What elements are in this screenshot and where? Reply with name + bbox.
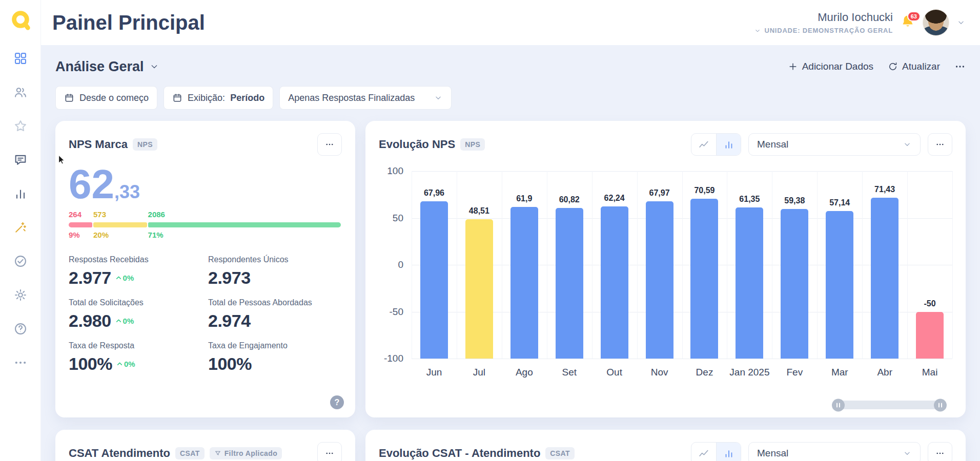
gridline-v (907, 171, 908, 359)
x-axis-label: Jul (457, 367, 502, 378)
sidebar-item-contacts[interactable] (13, 85, 28, 99)
chevron-down-icon (754, 27, 761, 34)
metric: Taxa de Engajamento100% (208, 341, 342, 374)
bar-value-label: 71,43 (874, 185, 895, 194)
bar-chart-toggle[interactable] (716, 443, 741, 461)
bar-chart-toggle[interactable] (716, 134, 741, 155)
gridline-v (592, 171, 593, 359)
user-menu-chevron-icon[interactable] (956, 18, 966, 27)
card-help-button[interactable]: ? (330, 395, 344, 409)
date-range-filter[interactable]: Desde o começo (55, 86, 157, 110)
calendar-icon (172, 93, 182, 103)
bar-Jun[interactable] (420, 201, 448, 359)
metric-label: Taxa de Engajamento (208, 341, 342, 350)
section-more-button[interactable] (954, 61, 966, 72)
bar-Mai[interactable] (916, 312, 944, 359)
section-selector[interactable]: Análise Geral (55, 59, 159, 75)
sidebar (0, 0, 41, 461)
filter-bar: Desde o começo Exibição: Período Apenas … (55, 86, 966, 110)
bar-value-label: 59,38 (784, 196, 805, 205)
bar-Abr[interactable] (871, 198, 899, 359)
metric: Respondentes Únicos2.973 (208, 255, 342, 288)
unit-selector[interactable]: UNIDADE: DEMONSTRAÇÃO GERAL (754, 27, 893, 34)
more-options-icon (935, 140, 945, 149)
card-title: Evolução NPS (379, 138, 455, 151)
user-area: Murilo Iochucki UNIDADE: DEMONSTRAÇÃO GE… (754, 9, 966, 36)
x-axis-label: Jan 2025 (727, 367, 772, 378)
card-more-button[interactable] (317, 442, 342, 461)
add-data-button[interactable]: Adicionar Dados (788, 61, 873, 72)
scrollbar-left-handle[interactable] (832, 399, 845, 411)
metric-type-badge: NPS (460, 138, 485, 151)
gridline-v (727, 171, 727, 359)
refresh-icon (888, 61, 898, 72)
card-title: CSAT Atendimento (69, 447, 170, 460)
grid-icon (13, 51, 28, 66)
chart-type-toggle (691, 442, 741, 461)
filter-applied-badge[interactable]: Filtro Aplicado (210, 447, 282, 459)
gridline-h (412, 359, 952, 359)
notifications-button[interactable]: 63 (900, 14, 915, 31)
bar-Ago[interactable] (511, 207, 538, 359)
sidebar-item-help[interactable] (13, 322, 28, 336)
metric-value: 100% (208, 354, 252, 374)
period-select[interactable]: Mensal (748, 442, 921, 461)
chart-scrollbar[interactable] (833, 401, 945, 409)
x-axis-label: Mar (817, 367, 862, 378)
bar-Jan 2025[interactable] (736, 207, 763, 359)
display-mode-label: Exibição: (188, 93, 225, 103)
chevron-down-icon (149, 61, 159, 72)
scrollbar-right-handle[interactable] (934, 399, 947, 411)
sidebar-item-more[interactable] (13, 355, 28, 370)
chart-icon (13, 186, 28, 201)
bar-Out[interactable] (601, 206, 628, 359)
responses-filter-select[interactable]: Apenas Respostas Finalizadas (279, 86, 452, 110)
user-name: Murilo Iochucki (754, 11, 893, 24)
unit-label: UNIDADE: DEMONSTRAÇÃO GERAL (764, 27, 893, 34)
card-more-button[interactable] (928, 133, 952, 156)
display-mode-filter[interactable]: Exibição: Período (164, 86, 273, 110)
responses-filter-label: Apenas Respostas Finalizadas (288, 93, 415, 103)
sidebar-item-tasks[interactable] (13, 254, 28, 268)
card-title: NPS Marca (69, 138, 128, 151)
sidebar-item-dashboard[interactable] (13, 51, 28, 66)
metric-label: Total de Solicitações (69, 298, 208, 307)
refresh-label: Atualizar (902, 61, 940, 72)
display-mode-value: Período (230, 93, 264, 103)
bar-value-label: 48,51 (469, 206, 489, 216)
metric-label: Respondentes Únicos (208, 255, 342, 264)
sidebar-item-favorites[interactable] (13, 119, 28, 133)
app-logo[interactable] (9, 8, 32, 32)
metric: Respostas Recebidas2.9770% (69, 255, 208, 288)
bar-Mar[interactable] (826, 211, 853, 359)
line-chart-toggle[interactable] (691, 134, 716, 155)
avatar[interactable] (923, 9, 949, 36)
gridline-v (952, 171, 953, 359)
sidebar-item-reports[interactable] (13, 186, 28, 201)
bar-Set[interactable] (556, 208, 583, 359)
refresh-button[interactable]: Atualizar (888, 61, 940, 72)
sidebar-item-settings[interactable] (13, 288, 28, 302)
wand-icon (13, 220, 28, 235)
bar-Nov[interactable] (646, 201, 673, 359)
bar-Jul[interactable] (465, 219, 493, 359)
metric-type-badge: NPS (133, 138, 157, 151)
bar-chart-icon (723, 139, 734, 150)
bar-Fev[interactable] (781, 209, 808, 359)
cards-row-1: NPS Marca NPS 62,33 2645732086 9%20%71% (55, 121, 966, 417)
nps-score: 62,33 (69, 164, 342, 205)
metric-type-badge: CSAT (545, 447, 575, 459)
metric-label: Taxa de Resposta (69, 341, 208, 350)
sidebar-item-automation[interactable] (13, 220, 28, 235)
period-select[interactable]: Mensal (748, 133, 921, 156)
card-more-button[interactable] (928, 442, 952, 461)
x-axis-label: Set (547, 367, 592, 378)
bar-value-label: 57,14 (829, 198, 850, 207)
sidebar-item-responses[interactable] (13, 153, 28, 167)
line-chart-icon (698, 139, 709, 150)
metric-value: 2.980 (69, 311, 111, 331)
card-more-button[interactable] (317, 133, 342, 156)
bar-Dez[interactable] (690, 199, 718, 359)
gridline-v (862, 171, 863, 359)
line-chart-toggle[interactable] (691, 443, 716, 461)
